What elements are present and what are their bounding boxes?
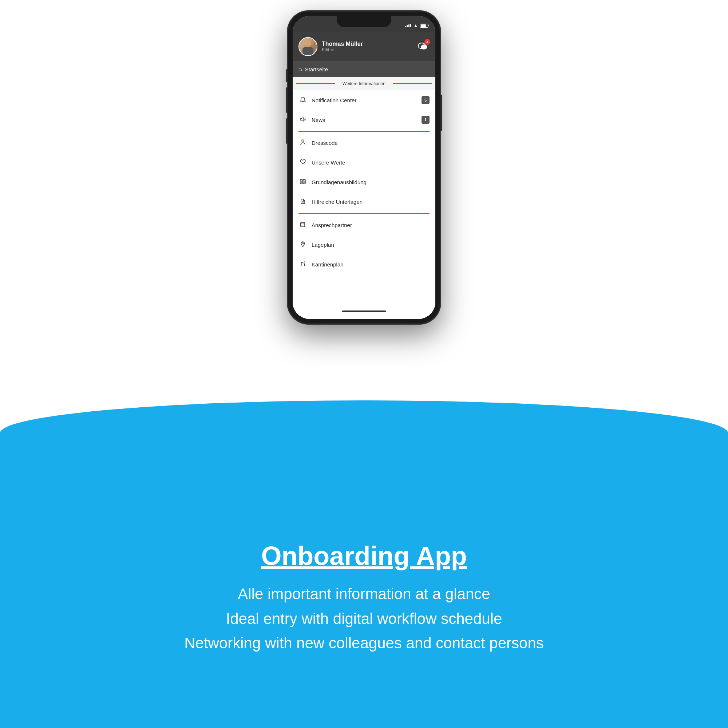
map-pin-icon (300, 241, 306, 247)
ansprechpartner-label: Ansprechpartner (312, 222, 430, 228)
svg-point-16 (302, 242, 304, 244)
menu-item-grundlagenausbildung[interactable]: Grundlagenausbildung (293, 173, 435, 192)
contact-book-icon (300, 222, 306, 228)
signal-bar-4 (410, 24, 411, 27)
news-badge: 1 (422, 116, 430, 124)
phone-screen: ▲ Thomas Müller Edit ✏ (293, 16, 435, 319)
power-button (440, 95, 442, 131)
menu-item-dresscode[interactable]: Dresscode (293, 133, 435, 153)
battery-icon (420, 24, 428, 28)
nav-title: Startseite (305, 66, 328, 72)
lageplan-icon (298, 241, 307, 248)
book-icon (300, 179, 306, 185)
signal-bar-1 (405, 26, 406, 27)
bell-icon (300, 97, 306, 102)
app-title: Onboarding App (0, 541, 728, 571)
phone-device: ▲ Thomas Müller Edit ✏ (288, 11, 440, 324)
tagline-1: Alle important information at a glance (0, 582, 728, 606)
profile-edit[interactable]: Edit ✏ (322, 47, 411, 52)
tagline-2: Ideal entry with digital workflow schedu… (0, 606, 728, 631)
bottom-text-section: Onboarding App Alle important informatio… (0, 541, 728, 655)
kantinenplan-label: Kantinenplan (312, 262, 430, 268)
volume-up-button (286, 87, 288, 113)
weitere-informationen-label: Weitere Informationen (343, 81, 385, 86)
hilfreiche-unterlagen-label: Hilfreiche Unterlagen (312, 199, 430, 205)
signal-bar-2 (407, 25, 408, 27)
home-icon: ⌂ (298, 66, 302, 72)
person-icon (300, 139, 306, 145)
avatar-head (305, 40, 311, 47)
grundlagenausbildung-label: Grundlagenausbildung (312, 179, 430, 185)
menu-item-kantinenplan[interactable]: Kantinenplan (293, 254, 435, 274)
divider-right (393, 83, 432, 84)
dresscode-icon (298, 139, 307, 146)
menu-item-hilfreiche-unterlagen[interactable]: Hilfreiche Unterlagen (293, 192, 435, 212)
signal-bar-3 (408, 24, 410, 27)
divider-left (296, 83, 335, 84)
profile-name: Thomas Müller (322, 41, 411, 47)
avatar-body (303, 47, 314, 55)
news-label: News (312, 117, 422, 123)
cutlery-icon (300, 261, 306, 267)
avatar-image (299, 38, 317, 55)
home-indicator (342, 310, 386, 312)
lageplan-label: Lageplan (312, 242, 430, 248)
notch (337, 16, 391, 27)
menu-item-ansprechpartner[interactable]: Ansprechpartner (293, 215, 435, 235)
mute-button (286, 69, 288, 82)
signal-icon (405, 24, 411, 27)
menu-item-lageplan[interactable]: Lageplan (293, 235, 435, 254)
status-icons: ▲ (405, 23, 428, 28)
divider-1 (298, 131, 430, 132)
chat-badge: 3 (424, 39, 430, 45)
unsere-werte-label: Unsere Werte (312, 159, 430, 166)
profile-info: Thomas Müller Edit ✏ (322, 41, 411, 52)
svg-point-3 (302, 140, 304, 142)
menu-list: Notification Center 5 News 1 (293, 90, 435, 319)
notification-center-badge: 5 (422, 96, 430, 104)
nav-bar: ⌂ Startseite (293, 61, 435, 77)
divider-2 (298, 213, 430, 214)
kantinenplan-icon (298, 261, 307, 268)
heart-icon (300, 159, 306, 165)
tagline-3: Networking with new colleagues and conta… (0, 631, 728, 655)
grundlagenausbildung-icon (298, 179, 307, 186)
unsere-werte-icon (298, 159, 307, 166)
svg-rect-10 (301, 222, 305, 227)
battery-fill (421, 24, 426, 27)
chat-button[interactable]: 3 (416, 40, 430, 54)
weitere-informationen-section: Weitere Informationen (293, 77, 435, 90)
menu-item-notification-center[interactable]: Notification Center 5 (293, 90, 435, 110)
ansprechpartner-icon (298, 222, 307, 229)
menu-item-news[interactable]: News 1 (293, 110, 435, 130)
megaphone-icon (300, 116, 306, 122)
notification-center-label: Notification Center (312, 97, 422, 103)
avatar (298, 37, 317, 56)
menu-item-unsere-werte[interactable]: Unsere Werte (293, 153, 435, 173)
avatar-person (302, 40, 314, 55)
hilfreiche-unterlagen-icon (298, 198, 307, 205)
profile-header: Thomas Müller Edit ✏ 3 (293, 32, 435, 61)
dresscode-label: Dresscode (312, 140, 430, 146)
wifi-icon: ▲ (413, 23, 418, 28)
volume-down-button (286, 118, 288, 144)
document-icon (300, 198, 306, 204)
notification-center-icon (298, 97, 307, 104)
news-icon (298, 116, 307, 123)
